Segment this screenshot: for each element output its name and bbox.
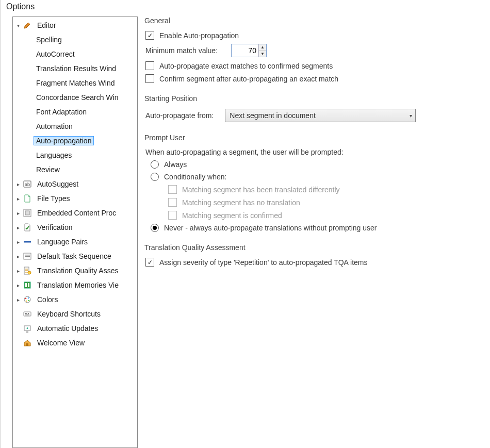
- tree-item-autosuggest[interactable]: ▸abAutoSuggest: [14, 177, 137, 191]
- cond-translated-diff-checkbox: [168, 185, 177, 194]
- caret-right-icon[interactable]: ▸: [15, 253, 21, 259]
- exact-to-confirmed-label: Auto-propagate exact matches to confirme…: [159, 62, 333, 70]
- cond-no-translation-label: Matching segment has no translation: [182, 198, 300, 207]
- caret-right-icon[interactable]: ▸: [15, 282, 21, 288]
- quality-icon: [23, 267, 31, 275]
- svg-rect-9: [25, 256, 30, 257]
- tree-item-label: Editor: [35, 21, 59, 30]
- group-general-legend: General: [144, 16, 170, 25]
- tree-item-editor[interactable]: ▾Editor: [14, 18, 137, 32]
- tree-item-welcome-view[interactable]: Welcome View: [14, 336, 137, 350]
- tree-item-label: Translation Memories Vie: [35, 280, 121, 290]
- svg-rect-21: [25, 313, 26, 314]
- prompt-always-radio[interactable]: [151, 160, 159, 169]
- confirm-after-checkbox[interactable]: [145, 74, 154, 83]
- enable-autoprop-label: Enable Auto-propagation: [159, 31, 239, 40]
- prompt-always-label: Always: [164, 160, 187, 169]
- group-tqa: Translation Quality Assessment ✓ Assign …: [144, 243, 485, 267]
- prompt-intro: When auto-propagating a segment, the use…: [145, 148, 344, 156]
- svg-point-18: [28, 300, 30, 302]
- tree-item-label: Languages: [34, 151, 74, 160]
- tree-item-label: Spelling: [34, 35, 64, 44]
- svg-point-16: [25, 298, 27, 300]
- svg-rect-23: [28, 313, 29, 314]
- tree-item-fragment-matches-wind[interactable]: Fragment Matches Wind: [14, 76, 137, 90]
- spinner-up[interactable]: ▲: [259, 44, 266, 51]
- tree-item-verification[interactable]: ▸Verification: [14, 220, 137, 235]
- tree-item-default-task-sequence[interactable]: ▸Default Task Sequence: [14, 249, 137, 263]
- tree-item-file-types[interactable]: ▸File Types: [14, 191, 137, 206]
- tree-item-keyboard-shortcuts[interactable]: Keyboard Shortcuts: [14, 307, 137, 321]
- tree-item-colors[interactable]: ▸Colors: [14, 292, 137, 307]
- tree-item-font-adaptation[interactable]: Font Adaptation: [14, 105, 137, 119]
- group-general: General ✓ Enable Auto-propagation Minimu…: [144, 16, 485, 83]
- group-starting-position: Starting Position Auto-propagate from: N…: [144, 94, 485, 122]
- group-starting-legend: Starting Position: [144, 94, 197, 103]
- tree-item-label: Keyboard Shortcuts: [35, 309, 103, 319]
- tree-item-language-pairs[interactable]: ▸Language Pairs: [14, 235, 137, 249]
- spinner-down[interactable]: ▼: [259, 51, 266, 57]
- tree-item-automatic-updates[interactable]: Automatic Updates: [14, 321, 137, 336]
- tree-item-label: Welcome View: [35, 338, 87, 347]
- min-match-label: Minimum match value:: [145, 46, 218, 55]
- autoprop-from-select[interactable]: Next segment in document ▾: [225, 109, 416, 122]
- tqa-assign-checkbox[interactable]: ✓: [145, 258, 154, 267]
- svg-rect-3: [25, 211, 29, 215]
- caret-right-icon[interactable]: ▸: [15, 195, 21, 202]
- caret-right-icon[interactable]: ▸: [15, 224, 21, 230]
- cond-confirmed-checkbox: [168, 211, 177, 220]
- tree-item-auto-propagation[interactable]: Auto-propagation: [14, 134, 137, 148]
- caret-right-icon[interactable]: ▸: [15, 239, 21, 245]
- prompt-cond-label: Conditionally when:: [164, 173, 226, 181]
- exact-to-confirmed-checkbox[interactable]: [145, 61, 154, 70]
- svg-point-17: [28, 297, 29, 299]
- prompt-never-radio[interactable]: [151, 224, 159, 232]
- min-match-spinner[interactable]: ▲ ▼: [231, 44, 267, 57]
- tree-item-translation-results-wind[interactable]: Translation Results Wind: [14, 61, 137, 76]
- tree-item-languages[interactable]: Languages: [14, 148, 137, 162]
- tree-item-label: AutoCorrect: [34, 49, 77, 59]
- tree-item-label: Language Pairs: [35, 237, 90, 246]
- svg-rect-14: [28, 283, 29, 287]
- caret-right-icon[interactable]: ▸: [15, 181, 21, 187]
- home-icon: [23, 339, 31, 347]
- tree-item-embedded-content-proc[interactable]: ▸Embedded Content Proc: [14, 206, 137, 220]
- verify-icon: [23, 223, 31, 231]
- caret-right-icon[interactable]: ▸: [15, 296, 21, 303]
- tree-item-translation-memories-vie[interactable]: ▸Translation Memories Vie: [14, 278, 137, 292]
- updates-icon: [23, 324, 31, 333]
- keyboard-icon: [23, 310, 31, 318]
- enable-autoprop-checkbox[interactable]: ✓: [145, 31, 154, 40]
- pencil-icon: [23, 21, 31, 29]
- group-prompt-legend: Prompt User: [144, 134, 185, 142]
- svg-rect-22: [26, 313, 27, 314]
- prompt-cond-radio[interactable]: [151, 173, 159, 181]
- tree-item-concordance-search-win[interactable]: Concordance Search Win: [14, 90, 137, 105]
- tree-item-label: Fragment Matches Wind: [34, 78, 118, 88]
- caret-down-icon[interactable]: ▾: [15, 22, 21, 28]
- cond-translated-diff-label: Matching segment has been translated dif…: [182, 186, 340, 194]
- tree-item-label: Automation: [34, 122, 75, 131]
- group-tqa-legend: Translation Quality Assessment: [144, 243, 246, 252]
- colors-icon: [23, 295, 31, 304]
- tree-item-label: Colors: [35, 295, 60, 304]
- tree-item-label: Verification: [35, 223, 75, 232]
- tree-item-autocorrect[interactable]: AutoCorrect: [14, 47, 137, 61]
- group-prompt-user: Prompt User When auto-propagating a segm…: [144, 134, 485, 232]
- options-tree[interactable]: ▾EditorSpellingAutoCorrectTranslation Re…: [12, 16, 138, 448]
- tree-item-review[interactable]: Review: [14, 162, 137, 177]
- file-icon: [23, 194, 31, 203]
- tree-item-spelling[interactable]: Spelling: [14, 32, 137, 47]
- tree-item-label: Font Adaptation: [34, 107, 89, 117]
- tree-item-label: Translation Quality Asses: [35, 266, 121, 275]
- svg-point-11: [28, 271, 31, 274]
- min-match-input[interactable]: [232, 44, 258, 57]
- tree-item-label: Embedded Content Proc: [35, 208, 119, 218]
- tree-item-label: Automatic Updates: [35, 324, 101, 333]
- tqa-assign-label: Assign severity of type 'Repetition' to …: [159, 258, 368, 267]
- tree-item-automation[interactable]: Automation: [14, 119, 137, 134]
- tree-item-translation-quality-asses[interactable]: ▸Translation Quality Asses: [14, 263, 137, 278]
- caret-right-icon[interactable]: ▸: [15, 210, 21, 216]
- caret-right-icon[interactable]: ▸: [15, 268, 21, 274]
- prompt-never-label: Never - always auto-propagate translatio…: [164, 224, 377, 232]
